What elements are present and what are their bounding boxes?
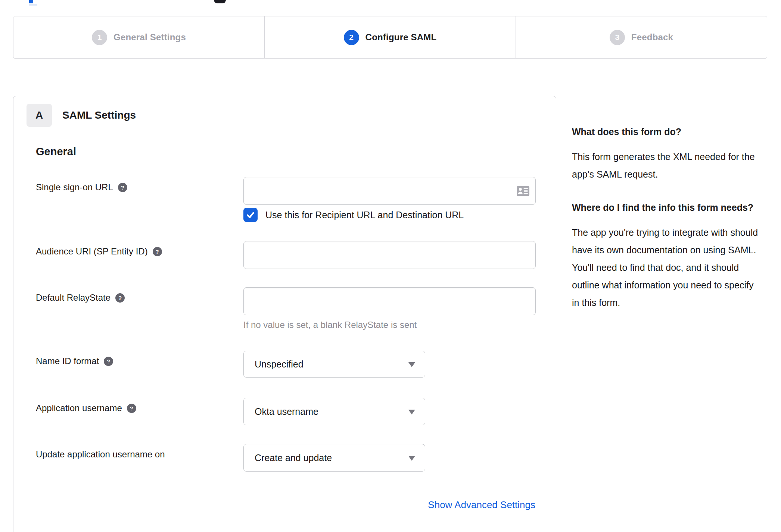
step-number-badge: 2: [344, 30, 359, 45]
step-label: Configure SAML: [365, 32, 437, 43]
general-group-heading: General: [36, 145, 556, 158]
show-advanced-settings-link[interactable]: Show Advanced Settings: [428, 499, 535, 510]
sso-url-input-wrap: [243, 177, 536, 205]
chevron-down-icon: [408, 456, 415, 461]
section-header: A SAML Settings: [27, 104, 556, 127]
audience-uri-label-wrap: Audience URI (SP Entity ID) ?: [36, 241, 243, 269]
step-configure-saml[interactable]: 2 Configure SAML: [264, 16, 516, 58]
application-username-help-icon[interactable]: ?: [127, 404, 136, 413]
update-username-label: Update application username on: [36, 449, 165, 460]
name-id-format-label-wrap: Name ID format ?: [36, 351, 243, 378]
wizard-stepper: 1 General Settings 2 Configure SAML 3 Fe…: [13, 16, 767, 59]
default-relaystate-label-wrap: Default RelayState ?: [36, 287, 243, 330]
sso-checkbox-row: Use this for Recipient URL and Destinati…: [243, 208, 536, 222]
default-relaystate-label: Default RelayState: [36, 292, 111, 303]
update-username-label-wrap: Update application username on: [36, 444, 243, 472]
step-label: General Settings: [113, 32, 186, 43]
relaystate-hint-text: If no value is set, a blank RelayState i…: [243, 320, 536, 330]
step-label: Feedback: [631, 32, 673, 43]
contact-card-icon: [517, 186, 529, 196]
section-title: SAML Settings: [62, 109, 136, 121]
help-question-2: Where do I find the info this form needs…: [572, 199, 760, 216]
sso-url-input[interactable]: [244, 177, 535, 204]
chevron-down-icon: [408, 362, 415, 367]
help-answer-2: The app you're trying to integrate with …: [572, 224, 760, 312]
audience-uri-input[interactable]: [244, 241, 535, 269]
step-number-badge: 1: [92, 30, 107, 45]
application-username-row: Application username ? Okta username: [36, 398, 556, 425]
chevron-down-icon: [408, 410, 415, 414]
help-question-1: What does this form do?: [572, 123, 760, 141]
default-relaystate-row: Default RelayState ? If no value is set,…: [36, 287, 556, 330]
step-number-badge: 3: [610, 30, 625, 45]
saml-setup-wizard-screen: 1 General Settings 2 Configure SAML 3 Fe…: [0, 0, 781, 532]
sso-url-help-icon[interactable]: ?: [118, 183, 127, 192]
advanced-settings-row: Show Advanced Settings: [13, 499, 556, 511]
section-a-badge: A: [27, 104, 52, 127]
name-id-format-select[interactable]: Unspecified: [243, 351, 425, 378]
sso-url-label-wrap: Single sign-on URL ?: [36, 177, 243, 222]
update-username-row: Update application username on Create an…: [36, 444, 556, 472]
audience-uri-row: Audience URI (SP Entity ID) ?: [36, 241, 556, 269]
clipped-page-title-fragment: [29, 0, 33, 3]
recipient-destination-checkbox-label: Use this for Recipient URL and Destinati…: [265, 210, 464, 220]
clipped-app-logo-fragment: [214, 0, 226, 3]
application-username-label-wrap: Application username ?: [36, 398, 243, 425]
application-username-value: Okta username: [255, 406, 318, 417]
name-id-format-row: Name ID format ? Unspecified: [36, 351, 556, 378]
name-id-format-value: Unspecified: [255, 359, 304, 370]
recipient-destination-checkbox[interactable]: [243, 208, 258, 222]
help-sidebar: What does this form do? This form genera…: [572, 123, 760, 312]
application-username-label: Application username: [36, 403, 122, 413]
sso-url-label: Single sign-on URL: [36, 182, 113, 193]
application-username-select[interactable]: Okta username: [243, 398, 425, 425]
name-id-format-label: Name ID format: [36, 356, 99, 366]
default-relaystate-input-wrap: [243, 287, 536, 315]
step-general-settings[interactable]: 1 General Settings: [13, 16, 264, 58]
audience-uri-input-wrap: [243, 241, 536, 269]
name-id-format-help-icon[interactable]: ?: [104, 357, 113, 366]
help-answer-1: This form generates the XML needed for t…: [572, 148, 760, 183]
sso-url-row: Single sign-on URL ?: [36, 177, 556, 222]
audience-uri-label: Audience URI (SP Entity ID): [36, 246, 148, 257]
saml-settings-panel: A SAML Settings General Single sign-on U…: [13, 96, 556, 532]
default-relaystate-input[interactable]: [244, 288, 535, 315]
update-username-value: Create and update: [255, 453, 332, 463]
clipped-page-title-underline-fragment: [29, 4, 37, 6]
audience-uri-help-icon[interactable]: ?: [153, 247, 162, 256]
step-feedback[interactable]: 3 Feedback: [516, 16, 767, 58]
check-icon: [246, 210, 255, 220]
default-relaystate-help-icon[interactable]: ?: [115, 293, 125, 303]
update-username-select[interactable]: Create and update: [243, 444, 425, 472]
